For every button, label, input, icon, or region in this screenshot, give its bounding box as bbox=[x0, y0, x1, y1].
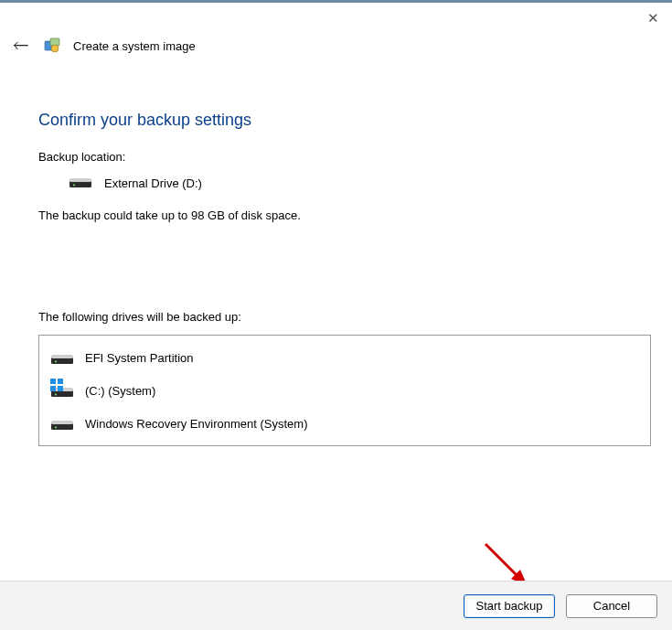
windows-logo-icon bbox=[50, 379, 63, 391]
svg-rect-7 bbox=[51, 355, 73, 358]
svg-point-15 bbox=[55, 394, 57, 396]
svg-rect-11 bbox=[50, 386, 56, 391]
backup-location-value: External Drive (D:) bbox=[104, 176, 202, 190]
drives-list: EFI System Partition bbox=[38, 335, 651, 446]
wizard-title: Create a system image bbox=[73, 39, 196, 53]
drive-name: Windows Recovery Environment (System) bbox=[85, 417, 307, 431]
backup-size-note: The backup could take up to 98 GB of dis… bbox=[38, 208, 634, 222]
list-item: Windows Recovery Environment (System) bbox=[39, 407, 650, 440]
external-drive-icon bbox=[69, 178, 91, 189]
list-item: EFI System Partition bbox=[39, 341, 650, 374]
content-area: Confirm your backup settings Backup loca… bbox=[0, 63, 672, 446]
drive-name: EFI System Partition bbox=[85, 351, 193, 365]
page-heading: Confirm your backup settings bbox=[38, 111, 634, 130]
wizard-window: ✕ 🡐 Create a system image Confirm your b… bbox=[0, 0, 672, 630]
drive-icon bbox=[51, 355, 73, 366]
cancel-button[interactable]: Cancel bbox=[566, 594, 657, 618]
drive-name: (C:) (System) bbox=[85, 384, 155, 398]
svg-point-5 bbox=[73, 184, 75, 186]
backup-location-row: External Drive (D:) bbox=[38, 176, 634, 190]
header-row: 🡐 Create a system image bbox=[0, 32, 672, 63]
start-backup-button[interactable]: Start backup bbox=[464, 594, 555, 618]
svg-point-18 bbox=[55, 427, 57, 429]
drives-list-label: The following drives will be backed up: bbox=[38, 310, 634, 324]
footer: Start backup Cancel bbox=[0, 581, 672, 630]
svg-rect-4 bbox=[69, 178, 91, 182]
system-image-icon bbox=[44, 37, 60, 54]
svg-rect-12 bbox=[58, 386, 63, 391]
svg-rect-9 bbox=[50, 379, 56, 384]
drive-icon bbox=[51, 421, 73, 432]
svg-point-8 bbox=[55, 361, 57, 363]
close-icon[interactable]: ✕ bbox=[647, 11, 659, 25]
svg-point-2 bbox=[51, 45, 59, 52]
titlebar: ✕ bbox=[0, 3, 672, 32]
list-item: (C:) (System) bbox=[39, 374, 650, 407]
svg-line-19 bbox=[485, 544, 522, 581]
back-arrow-icon[interactable]: 🡐 bbox=[11, 36, 31, 56]
backup-location-label: Backup location: bbox=[38, 150, 634, 164]
svg-rect-17 bbox=[51, 421, 73, 424]
svg-rect-10 bbox=[58, 379, 63, 384]
